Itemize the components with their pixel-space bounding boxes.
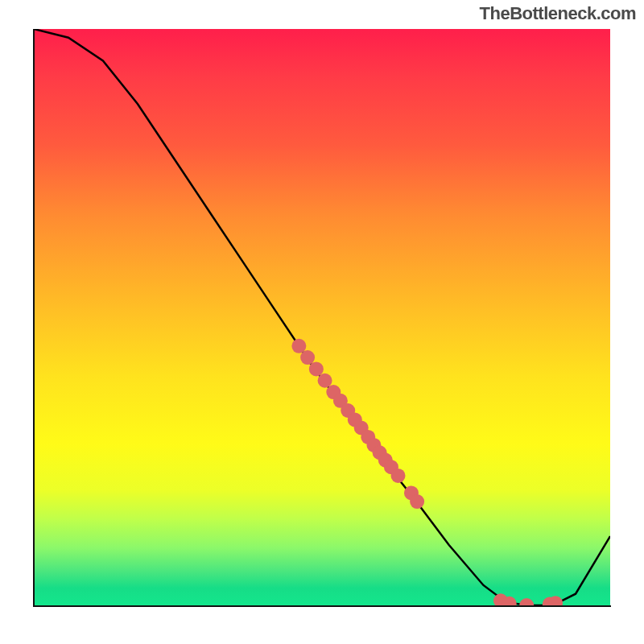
x-axis — [33, 605, 611, 607]
chart-container: TheBottleneck.com — [0, 0, 644, 644]
data-point — [291, 339, 306, 353]
data-point — [391, 469, 406, 483]
data-point — [410, 494, 424, 509]
plot-area — [34, 29, 610, 605]
data-point — [519, 598, 534, 605]
watermark-text: TheBottleneck.com — [480, 3, 636, 24]
data-point — [318, 374, 332, 388]
data-point — [300, 350, 315, 365]
scatter-points — [291, 339, 563, 605]
chart-svg — [34, 29, 610, 605]
bottleneck-curve — [34, 29, 610, 605]
data-point — [309, 361, 324, 376]
